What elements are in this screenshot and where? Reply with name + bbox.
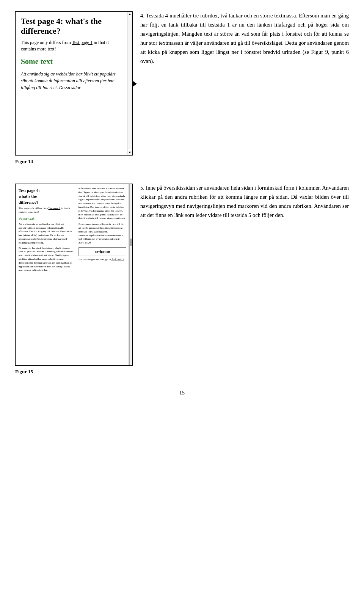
figure15-some-text: Some text — [19, 216, 73, 221]
figure15-col-title: Test page 4:what's thedifference? — [19, 188, 73, 205]
figure15-box: Test page 4:what's thedifference? This p… — [15, 184, 133, 366]
figure15-label: Figur 15 — [15, 369, 133, 375]
figure15-scrollbar-thumb — [130, 239, 132, 246]
page: ▲ ▼ Test page 4: what's the difference? … — [0, 0, 364, 608]
figure15-nav-link: For this images and text, go to Test pag… — [78, 258, 126, 262]
figure15-body2: På senare år har dock handdatorer slagit… — [19, 247, 73, 273]
figure14-panel: ▲ ▼ Test page 4: what's the difference? … — [15, 11, 133, 165]
page-number: 15 — [15, 390, 349, 396]
figure15-right-col: information man behöver när man behöver … — [76, 184, 129, 365]
figure14-body: Att använda sig av webbsidor har blivit … — [21, 71, 121, 91]
figure14-box: ▲ ▼ Test page 4: what's the difference? … — [15, 11, 133, 156]
top-section: ▲ ▼ Test page 4: what's the difference? … — [15, 11, 349, 165]
figure15-nav-box: navigation — [78, 247, 126, 256]
figure15-scrollbar-track — [129, 184, 132, 365]
figure14-link1[interactable]: Test page 1 — [72, 40, 93, 45]
bottom-section: Test page 4:what's thedifference? This p… — [15, 184, 349, 375]
figure15-right-body2: Programmeringsuppgifterna är t.ex. till … — [78, 223, 126, 245]
figure15-right-body1: information man behöver när man behöver … — [78, 187, 126, 220]
scrollbar-up-arrow: ▲ — [128, 13, 132, 16]
arrow-icon — [133, 81, 137, 86]
figure15-scrollbar — [129, 184, 132, 365]
figure14-some-text: Some text — [21, 57, 121, 66]
figure14-description: This page only differs from Test page 1 … — [21, 39, 121, 52]
figure15-col-desc: This page only differs from Test page 1 … — [19, 207, 73, 214]
figure15-link[interactable]: Test page 1 — [48, 207, 60, 210]
figure15-body1: Att använda sig av webbsidor har blivit … — [19, 223, 73, 245]
scrollbar-divider-top — [128, 17, 132, 17]
figure14-label: Figur 14 — [15, 159, 133, 165]
figure15-left-col: Test page 4:what's thedifference? This p… — [16, 184, 76, 365]
scrollbar-down-arrow: ▼ — [128, 151, 132, 154]
figure15-nav-linktext[interactable]: Test page 2 — [111, 258, 124, 261]
scrollbar-divider-bottom — [128, 150, 132, 150]
bottom-para1: 5. Inne på översiktssidan ser användaren… — [140, 184, 349, 220]
right-para1: 4. Testsida 4 innehåller tre rubriker, t… — [140, 11, 349, 66]
figure15-panel: Test page 4:what's thedifference? This p… — [15, 184, 133, 375]
figure14-title: Test page 4: what's the difference? — [21, 16, 121, 36]
bottom-right-panel: 5. Inne på översiktssidan ser användaren… — [140, 184, 349, 375]
right-text-panel: 4. Testsida 4 innehåller tre rubriker, t… — [140, 11, 349, 165]
figure15-nav-label: navigation — [95, 250, 110, 253]
